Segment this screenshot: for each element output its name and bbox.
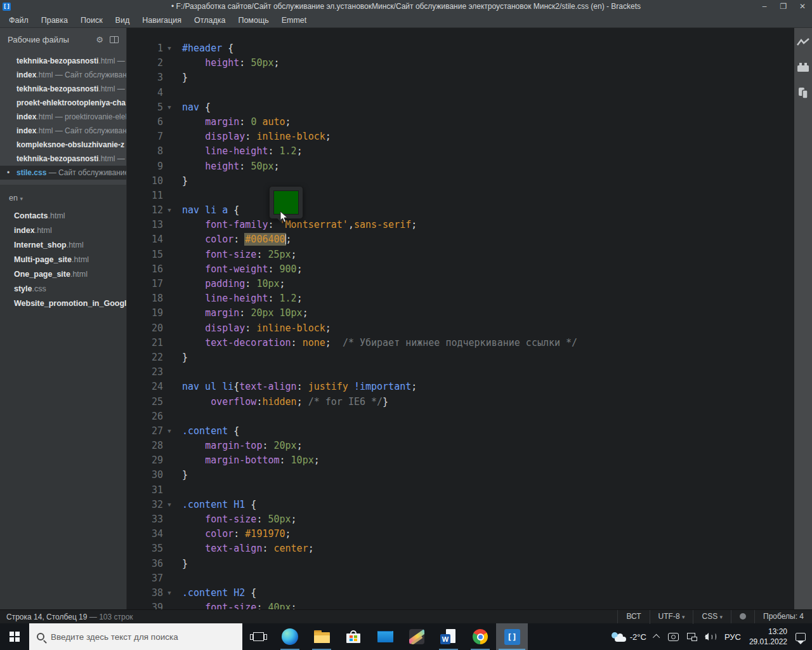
weather-widget[interactable]: -2°C	[611, 632, 646, 642]
fold-arrow-icon[interactable]: ▼	[163, 498, 176, 512]
code-line[interactable]: 31	[127, 483, 794, 498]
meet-now-icon[interactable]	[668, 633, 679, 641]
code-editor[interactable]: 1▼#header {2 height: 50px;3}45▼nav {6 ma…	[127, 28, 794, 609]
code-line[interactable]: 19 margin: 20px 10px;	[127, 306, 794, 321]
menu-item[interactable]: Поиск	[74, 13, 109, 28]
action-center-icon[interactable]	[796, 633, 806, 641]
taskbar-app-graphics-editor[interactable]	[401, 623, 433, 650]
taskbar-app-word[interactable]: W	[433, 623, 464, 650]
fold-arrow-icon[interactable]: ▼	[163, 41, 176, 56]
code-line[interactable]: 15 font-size: 25px;	[127, 248, 794, 262]
close-button[interactable]: ✕	[793, 0, 812, 13]
code-line[interactable]: 23	[127, 365, 794, 380]
code-line[interactable]: 1▼#header {	[127, 41, 794, 56]
taskbar-search-input[interactable]: Введите здесь текст для поиска	[29, 623, 242, 650]
language-selector[interactable]: CSS ▾	[693, 610, 731, 624]
code-line[interactable]: 22}	[127, 350, 794, 365]
encoding-selector[interactable]: UTF-8 ▾	[650, 610, 693, 624]
taskbar-app-store[interactable]	[337, 623, 369, 650]
code-line[interactable]: 27▼.content {	[127, 424, 794, 439]
menu-item[interactable]: Файл	[3, 13, 35, 28]
code-area[interactable]: 1▼#header {2 height: 50px;3}45▼nav {6 ma…	[127, 41, 794, 609]
insert-mode-indicator[interactable]: ВСТ	[617, 610, 649, 623]
menu-item[interactable]: Emmet	[275, 13, 313, 28]
gear-icon[interactable]: ⚙	[96, 35, 103, 44]
menu-item[interactable]: Вид	[109, 13, 136, 28]
code-line[interactable]: 17 padding: 10px;	[127, 277, 794, 291]
menu-item[interactable]: Правка	[35, 13, 74, 28]
project-file-item[interactable]: Contacts.html	[0, 209, 126, 223]
start-button[interactable]	[0, 623, 29, 650]
code-line[interactable]: 7 display: inline-block;	[127, 129, 794, 144]
fold-arrow-icon[interactable]: ▼	[163, 586, 176, 600]
working-file-item[interactable]: index.html — Сайт обслуживан	[0, 68, 126, 82]
project-file-item[interactable]: One_page_site.html	[0, 267, 126, 282]
code-line[interactable]: 26	[127, 409, 794, 424]
working-file-item[interactable]: tekhnika-bezopasnosti.html —	[0, 82, 126, 96]
code-line[interactable]: 29 margin-bottom: 10px;	[127, 453, 794, 468]
code-line[interactable]: 37	[127, 571, 794, 586]
code-line[interactable]: 13 font-family: 'Montserrat',sans-serif;	[127, 218, 794, 232]
menu-item[interactable]: Помощь	[232, 13, 275, 28]
code-line[interactable]: 32▼.content H1 {	[127, 498, 794, 512]
code-line[interactable]: 28 margin-top: 20px;	[127, 439, 794, 453]
code-line[interactable]: 6 margin: 0 auto;	[127, 115, 794, 129]
network-icon[interactable]	[687, 633, 697, 641]
project-file-item[interactable]: style.css	[0, 282, 126, 296]
fold-arrow-icon[interactable]: ▼	[163, 424, 176, 439]
indentation-setting[interactable]: Пробелы: 4	[754, 610, 812, 623]
code-line[interactable]: 8 line-height: 1.2;	[127, 144, 794, 159]
code-line[interactable]: 11	[127, 189, 794, 203]
project-file-item[interactable]: index.html	[0, 223, 126, 238]
project-file-item[interactable]: Multi-page_site.html	[0, 253, 126, 267]
project-file-item[interactable]: Website_promotion_in_Google.h	[0, 296, 126, 311]
working-file-item[interactable]: proekt-ehlektrootopleniya-cha	[0, 96, 126, 110]
code-line[interactable]: 4	[127, 86, 794, 100]
menu-item[interactable]: Отладка	[188, 13, 232, 28]
split-view-icon[interactable]	[110, 36, 119, 43]
taskbar-app-mail[interactable]	[369, 623, 401, 650]
taskbar-app-edge[interactable]	[274, 623, 306, 650]
working-file-item[interactable]: index.html — proektirovanie-elek	[0, 110, 126, 124]
code-line[interactable]: 2 height: 50px;	[127, 56, 794, 70]
code-line[interactable]: 25 overflow:hidden; /* for IE6 */}	[127, 395, 794, 409]
taskbar-app-file-explorer[interactable]	[306, 623, 337, 650]
code-line[interactable]: 30}	[127, 468, 794, 482]
code-line[interactable]: 10}	[127, 174, 794, 189]
taskbar-app-brackets[interactable]: []	[496, 623, 528, 650]
fold-arrow-icon[interactable]: ▼	[163, 203, 176, 218]
taskbar-app-chrome[interactable]	[464, 623, 496, 650]
language-indicator[interactable]: РУС	[724, 632, 741, 642]
extension-manager-icon[interactable]	[797, 62, 809, 74]
code-line[interactable]: 35 text-align: center;	[127, 541, 794, 556]
minimize-button[interactable]: –	[755, 0, 774, 13]
working-file-item[interactable]: tekhnika-bezopasnosti.html —	[0, 54, 126, 68]
task-view-button[interactable]	[242, 623, 274, 650]
working-file-item[interactable]: index.html — Сайт обслуживан	[0, 124, 126, 138]
speaker-icon[interactable]	[705, 633, 716, 640]
code-line[interactable]: 9 height: 50px;	[127, 159, 794, 174]
code-line[interactable]: 16 font-weight: 900;	[127, 262, 794, 277]
project-dropdown[interactable]: en ▾	[0, 191, 126, 209]
code-line[interactable]: 20 display: inline-block;	[127, 321, 794, 336]
working-file-item[interactable]: tekhnika-bezopasnosti.html —	[0, 152, 126, 166]
code-line[interactable]: 14 color: #006400;	[127, 232, 794, 247]
restore-button[interactable]: ❐	[774, 0, 793, 13]
lint-status-indicator[interactable]	[731, 610, 754, 623]
code-line[interactable]: 18 line-height: 1.2;	[127, 291, 794, 306]
working-file-item[interactable]: •stile.css — Сайт обслуживание з	[0, 166, 126, 180]
live-preview-icon[interactable]	[797, 38, 809, 50]
extension-cards-icon[interactable]	[798, 87, 808, 102]
project-file-item[interactable]: Internet_shop.html	[0, 238, 126, 253]
menu-item[interactable]: Навигация	[136, 13, 188, 28]
tray-expand-icon[interactable]	[653, 634, 660, 641]
code-line[interactable]: 34 color: #191970;	[127, 527, 794, 541]
code-line[interactable]: 21 text-decoration: none; /* Убирает ниж…	[127, 336, 794, 350]
code-line[interactable]: 12▼nav li a {	[127, 203, 794, 218]
code-line[interactable]: 5▼nav {	[127, 100, 794, 115]
code-line[interactable]: 39 font-size: 40px;	[127, 600, 794, 609]
fold-arrow-icon[interactable]: ▼	[163, 100, 176, 115]
clock[interactable]: 13:20 29.01.2022	[749, 627, 787, 647]
code-line[interactable]: 38▼.content H2 {	[127, 586, 794, 600]
working-file-item[interactable]: kompleksnoe-obsluzhivanie-z	[0, 138, 126, 152]
